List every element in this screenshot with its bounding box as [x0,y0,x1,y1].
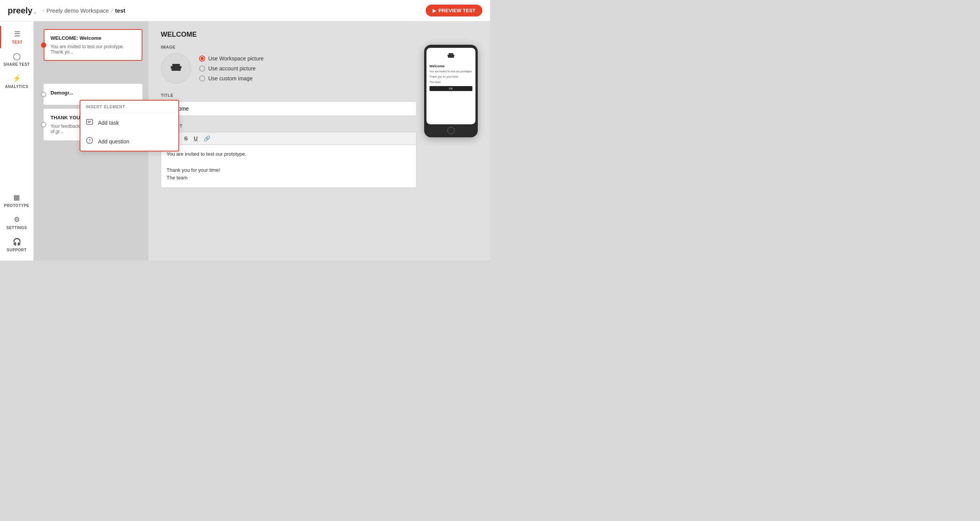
phone-screen-icon [430,52,472,62]
add-question-icon: ? [86,137,93,146]
sidebar-label-prototype: PROTOTYPE [4,204,29,208]
image-section: Use Workspace picture Use account pictur… [161,53,416,84]
radio-workspace-picture[interactable]: Use Workspace picture [199,55,263,62]
underline-button[interactable]: U [192,135,199,142]
sidebar-label-share-test: SHARE TEST [3,62,29,67]
content-line-1: You are invited to test our prototype. [167,151,246,157]
add-question-item[interactable]: ? Add question [80,132,178,151]
top-nav: preely. ‹ Preely demo Workspace / test ▶… [0,0,490,21]
settings-icon: ⚙ [14,215,20,224]
top-nav-right: ▶ PREVIEW TEST [426,5,482,16]
timeline-dot-welcome [41,42,46,48]
sidebar-label-support: SUPPORT [7,248,27,252]
editor-toolbar: B I S U 🔗 [161,132,416,145]
sidebar-item-share-test[interactable]: ◯ SHARE TEST [0,48,33,70]
title-input[interactable] [161,101,416,116]
sidebar-label-test: TEST [12,40,23,44]
right-panel: WELCOME IMAGE [149,21,490,260]
svg-rect-8 [448,56,454,58]
content-line-2: Thank you for your time! [167,167,220,173]
image-preview [161,53,191,84]
add-task-item[interactable]: Add task [80,113,178,132]
sidebar-label-analytics: ANALYTICS [5,85,28,89]
welcome-card-content: You are invited to test our prototype. T… [51,44,136,55]
timeline-dot-demographics [41,92,46,97]
svg-rect-3 [171,66,181,68]
demographics-card-title: Demogr... [51,90,136,96]
phone-screen-text1: You are invited to test our prototype. [430,70,472,73]
image-field-label: IMAGE [161,45,416,49]
radio-circle-custom [199,75,205,81]
nav-back-icon[interactable]: ‹ [42,8,44,13]
workspace-label[interactable]: Preely demo Workspace [46,7,109,14]
phone-preview-section: Welcome You are invited to test our prot… [424,45,478,188]
sidebar: ☰ TEST ◯ SHARE TEST ⚡ ANALYTICS ▦ PROTOT… [0,21,34,260]
logo-text: preely [8,6,33,16]
insert-element-popup: INSERT ELEMENT Add task ? Add question [80,100,179,151]
sidebar-item-support[interactable]: 🎧 SUPPORT [1,234,33,256]
sidebar-item-analytics[interactable]: ⚡ ANALYTICS [0,70,33,93]
main-layout: ☰ TEST ◯ SHARE TEST ⚡ ANALYTICS ▦ PROTOT… [0,21,490,260]
support-icon: 🎧 [13,238,21,246]
logo-dot: . [34,6,36,16]
add-task-icon [86,118,93,127]
sidebar-item-settings[interactable]: ⚙ SETTINGS [1,212,33,234]
test-icon: ☰ [14,30,20,38]
breadcrumb-separator: / [111,7,113,14]
phone-ok-button: OK [430,86,472,91]
analytics-icon: ⚡ [13,74,21,83]
breadcrumb: ‹ Preely demo Workspace / test [42,7,125,14]
content-field-label: CONTENT [161,124,416,128]
sidebar-label-settings: SETTINGS [6,226,27,230]
radio-circle-account [199,65,205,72]
content-area: WELCOME: Welcome You are invited to test… [34,21,490,260]
radio-custom-image[interactable]: Use custom image [199,75,263,81]
phone-home-button [447,127,455,134]
strikethrough-button[interactable]: S [183,135,189,142]
svg-rect-6 [448,55,454,56]
right-panel-inner: IMAGE Use Workspace p [161,45,478,188]
radio-group: Use Workspace picture Use account pictur… [199,55,263,81]
add-question-label: Add question [98,138,129,145]
phone-screen-text3: The team [430,80,472,84]
phone-screen-text2: Thank you for your time! [430,75,472,79]
welcome-card[interactable]: WELCOME: Welcome You are invited to test… [44,29,142,61]
sidebar-item-test[interactable]: ☰ TEST [0,26,33,48]
share-test-icon: ◯ [13,52,21,60]
content-line-3: The team [167,175,188,181]
sidebar-item-prototype[interactable]: ▦ PROTOTYPE [1,189,33,212]
radio-label-account: Use account picture [208,65,256,72]
svg-rect-5 [172,68,181,71]
right-panel-form: IMAGE Use Workspace p [161,45,416,188]
welcome-card-title: WELCOME: Welcome [51,35,136,41]
radio-label-workspace: Use Workspace picture [208,55,263,62]
welcome-card-wrapper: WELCOME: Welcome You are invited to test… [44,29,142,61]
logo: preely. [8,6,36,16]
current-page-label: test [115,7,126,14]
radio-account-picture[interactable]: Use account picture [199,65,263,72]
timeline-dot-thankyou [41,122,46,127]
preview-button-label: PREVIEW TEST [438,8,475,13]
svg-text:?: ? [88,138,91,143]
add-task-label: Add task [98,120,119,126]
phone-screen-title: Welcome [430,64,472,68]
prototype-icon: ▦ [13,193,20,202]
sidebar-bottom: ▦ PROTOTYPE ⚙ SETTINGS 🎧 SUPPORT [1,189,33,256]
insert-popup-header: INSERT ELEMENT [80,101,178,113]
content-editor[interactable]: You are invited to test our prototype. T… [161,145,416,188]
svg-rect-0 [87,119,93,124]
preview-test-button[interactable]: ▶ PREVIEW TEST [426,5,482,16]
svg-rect-4 [172,64,180,66]
title-field-label: TITLE [161,93,416,98]
radio-label-custom: Use custom image [208,75,253,81]
play-icon: ▶ [433,8,436,13]
phone-frame: Welcome You are invited to test our prot… [424,45,478,137]
svg-rect-7 [449,53,453,55]
radio-circle-workspace [199,55,205,62]
link-button[interactable]: 🔗 [202,135,212,142]
section-title: WELCOME [161,31,478,39]
phone-screen: Welcome You are invited to test our prot… [426,48,475,124]
left-panel: WELCOME: Welcome You are invited to test… [34,21,149,260]
